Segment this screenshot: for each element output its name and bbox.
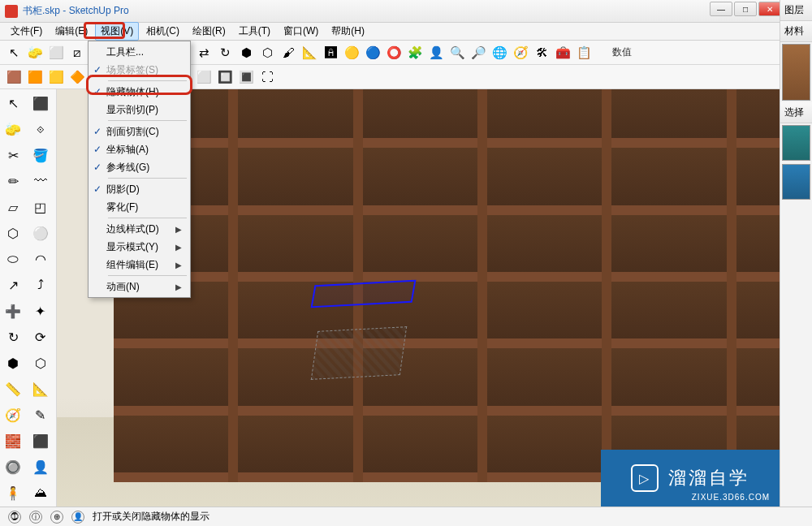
palette-tool-10[interactable]: ⬡ [2,222,24,244]
toolbar2-btn-2[interactable]: 🟨 [47,68,65,86]
material-swatch-blue[interactable] [782,164,810,200]
toolbar1-btn-17[interactable]: 🔵 [364,44,382,62]
toolbar1-btn-12[interactable]: ⬡ [258,44,276,62]
maximize-button[interactable]: □ [734,2,757,16]
toolbar1-btn-19[interactable]: 🧩 [406,44,424,62]
toolbar2-btn-10[interactable]: 🔲 [216,68,234,86]
menu-相机[interactable]: 相机(C) [140,22,185,41]
menu-item-剖面切割[interactable]: ✓剖面切割(C) [89,123,190,140]
palette-tool-5[interactable]: 🪣 [29,144,52,166]
minimize-button[interactable]: — [710,2,732,16]
palette-tool-12[interactable]: ⬭ [2,248,24,269]
toolbar1-btn-11[interactable]: ⬢ [237,44,255,62]
layers-panel-header[interactable]: 图层 [780,0,812,21]
toolbar1-btn-24[interactable]: 🧭 [512,44,529,62]
toolbar1-btn-1[interactable]: 🧽 [26,44,44,62]
palette-tool-14[interactable]: ↗ [2,274,24,295]
toolbar1-btn-26[interactable]: 🧰 [554,44,572,62]
palette-tool-2[interactable]: 🧽 [2,119,24,140]
toolbar1-btn-0[interactable]: ↖ [5,44,23,62]
palette-tool-4[interactable]: ✂ [2,144,24,166]
palette-tool-18[interactable]: ↻ [2,326,24,347]
palette-tool-29[interactable]: 👤 [29,456,52,477]
palette-tool-22[interactable]: 📏 [2,378,24,399]
menu-窗口[interactable]: 窗口(W) [278,22,324,41]
menu-帮助[interactable]: 帮助(H) [326,22,370,41]
menu-编辑[interactable]: 编辑(E) [50,22,93,41]
toolbar2-btn-12[interactable]: ⛶ [258,68,276,86]
select-panel-header[interactable]: 选择 [780,102,812,123]
palette-tool-25[interactable]: ✎ [29,404,52,425]
palette-tool-3[interactable]: ⟐ [29,119,52,140]
status-icon-3[interactable]: ⊕ [50,511,63,524]
toolbar1-btn-9[interactable]: ⇄ [195,44,213,62]
palette-tool-30[interactable]: 🧍 [2,482,24,503]
toolbar2-btn-11[interactable]: 🔳 [237,68,255,86]
toolbar2-btn-9[interactable]: ⬜ [195,68,213,86]
palette-tool-7[interactable]: 〰 [29,170,52,192]
palette-tool-21[interactable]: ⬡ [29,352,52,373]
status-icon-2[interactable]: ⓘ [29,511,42,524]
palette-tool-31[interactable]: ⛰ [29,482,52,503]
menu-文件[interactable]: 文件(F) [5,22,48,41]
palette-tool-26[interactable]: 🧱 [2,430,24,451]
palette-tool-23[interactable]: 📐 [29,378,52,399]
toolbar1-btn-15[interactable]: 🅰 [322,44,339,62]
toolbar1-btn-10[interactable]: ↻ [216,44,234,62]
palette-tool-27[interactable]: ⬛ [29,430,52,451]
toolbar2-btn-3[interactable]: 🔶 [68,68,86,86]
submenu-arrow-icon: ▶ [175,225,182,234]
menu-绘图[interactable]: 绘图(R) [187,22,231,41]
palette-tool-0[interactable]: ↖ [2,93,24,114]
view-menu-dropdown: 工具栏...✓场景标签(S)✓隐藏物体(H)显示剖切(P)✓剖面切割(C)✓坐标… [88,41,191,298]
toolbar2-btn-0[interactable]: 🟫 [5,68,23,86]
palette-tool-28[interactable]: 🔘 [2,456,24,477]
menu-item-动画[interactable]: 动画(N)▶ [89,278,190,295]
status-icon-4[interactable]: 👤 [71,511,84,524]
menu-item-坐标轴[interactable]: ✓坐标轴(A) [89,140,190,158]
menu-item-边线样式[interactable]: 边线样式(D)▶ [89,220,190,238]
palette-tool-17[interactable]: ✦ [29,300,52,321]
palette-tool-11[interactable]: ⚪ [29,222,52,244]
menu-item-显示剖切[interactable]: 显示剖切(P) [89,101,190,119]
palette-tool-16[interactable]: ➕ [2,300,24,321]
toolbar1-btn-21[interactable]: 🔍 [448,44,466,62]
palette-tool-9[interactable]: ◰ [29,196,52,218]
menu-item-隐藏物体[interactable]: ✓隐藏物体(H) [89,83,190,101]
toolbar1-btn-23[interactable]: 🌐 [490,44,508,62]
menu-视图[interactable]: 视图(V) [95,22,139,41]
palette-tool-19[interactable]: ⟳ [29,326,52,347]
palette-tool-6[interactable]: ✏ [2,170,24,192]
menu-item-工具栏...[interactable]: 工具栏... [89,43,190,61]
toolbar1-btn-16[interactable]: 🟡 [343,44,361,62]
palette-tool-13[interactable]: ◠ [29,248,52,269]
material-swatch-teal[interactable] [782,125,810,161]
status-icon-1[interactable]: ⓵ [8,511,21,524]
menu-item-label: 参考线(G) [106,161,182,175]
palette-tool-15[interactable]: ⤴ [29,274,52,295]
palette-tool-8[interactable]: ▱ [2,196,24,218]
toolbar1-btn-27[interactable]: 📋 [575,44,593,62]
menu-item-阴影[interactable]: ✓阴影(D) [89,180,190,198]
menu-item-雾化[interactable]: 雾化(F) [89,198,190,216]
toolbar1-btn-25[interactable]: 🛠 [533,44,551,62]
toolbar1-btn-20[interactable]: 👤 [427,44,445,62]
menu-item-label: 显示模式(Y) [106,240,175,254]
menu-工具[interactable]: 工具(T) [233,22,276,41]
material-swatch-wood[interactable] [782,44,810,101]
toolbar1-btn-18[interactable]: ⭕ [385,44,403,62]
toolbar2-btn-1[interactable]: 🟧 [26,68,44,86]
menu-item-显示模式[interactable]: 显示模式(Y)▶ [89,238,190,256]
toolbar1-btn-14[interactable]: 📐 [300,44,318,62]
palette-tool-1[interactable]: ⬛ [29,93,52,114]
palette-tool-24[interactable]: 🧭 [2,404,24,425]
toolbar1-btn-13[interactable]: 🖌 [279,44,297,62]
toolbar1-btn-22[interactable]: 🔎 [469,44,487,62]
palette-tool-20[interactable]: ⬢ [2,352,24,373]
menu-item-参考线[interactable]: ✓参考线(G) [89,158,190,176]
materials-panel-header[interactable]: 材料 [780,21,812,42]
toolbar1-btn-2[interactable]: ⬜ [47,44,65,62]
toolbar1-btn-3[interactable]: ⧄ [68,44,86,62]
menu-item-组件编辑[interactable]: 组件编辑(E)▶ [89,256,190,274]
close-button[interactable]: ✕ [758,2,781,16]
